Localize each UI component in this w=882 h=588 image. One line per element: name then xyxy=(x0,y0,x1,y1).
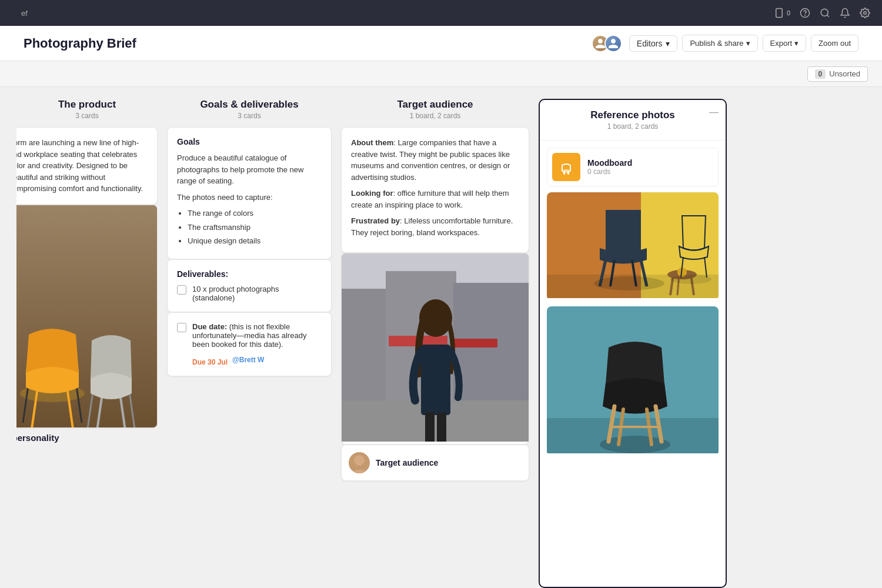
target-column: Target audience 1 board, 2 cards About t… xyxy=(341,99,529,588)
avatar-2 xyxy=(604,35,622,52)
svg-point-32 xyxy=(562,169,571,173)
product-image-card xyxy=(16,205,158,428)
due-date-card: Due date: (this is not flexible unfortun… xyxy=(167,312,332,376)
moodboard-title: Moodboard xyxy=(587,158,632,168)
deliverables-checkbox: 10 x product photographs (standalone) xyxy=(177,285,322,302)
reference-header: Reference photos 1 board, 2 cards — xyxy=(540,100,726,141)
goals-card-title: Goals xyxy=(177,137,322,146)
deliverables-card-title: Deliverables: xyxy=(177,269,322,279)
goals-list-item-1: The range of colors xyxy=(188,208,322,219)
due-date-label: Due 30 Jul xyxy=(192,358,228,366)
target-looking-text: Looking for: office furniture that will … xyxy=(351,188,519,211)
goals-column-title: Goals & deliverables xyxy=(172,99,327,111)
svg-line-5 xyxy=(827,15,828,16)
svg-rect-29 xyxy=(437,412,446,442)
product-bottom-text: nd personality xyxy=(16,433,158,443)
goals-list-intro: The photos need to capture: xyxy=(177,192,322,203)
svg-point-3 xyxy=(805,15,806,15)
moodboard-cards: 0 cards xyxy=(587,168,632,176)
target-bottom-card-title: Target audience xyxy=(376,458,438,467)
mobile-icon[interactable]: 0 xyxy=(774,8,790,18)
svg-rect-31 xyxy=(557,158,575,176)
publish-chevron-icon: ▾ xyxy=(746,39,750,48)
goals-body-text: Produce a beautiful catalogue of photogr… xyxy=(177,152,322,187)
svg-rect-33 xyxy=(563,171,565,175)
target-bottom-card-row: Target audience xyxy=(349,452,522,473)
header-actions: Editors ▾ Publish & share ▾ Export ▾ Zoo… xyxy=(592,35,858,52)
zoom-label: Zoom out xyxy=(818,39,851,48)
product-column-title: The product xyxy=(21,99,153,111)
unsorted-label: Unsorted xyxy=(829,69,860,78)
target-bottom-card: Target audience xyxy=(341,445,529,481)
reference-column-subtitle: 1 board, 2 cards xyxy=(549,122,716,131)
publish-share-button[interactable]: Publish & share ▾ xyxy=(682,35,757,52)
moodboard-info: Moodboard 0 cards xyxy=(587,158,632,176)
svg-rect-27 xyxy=(421,345,450,415)
target-frustrated-text: Frustrated by: Lifeless uncomfortable fu… xyxy=(351,215,519,238)
moodboard-row[interactable]: Moodboard 0 cards xyxy=(547,148,719,186)
export-chevron-icon: ▾ xyxy=(794,39,799,48)
notification-count: 0 xyxy=(787,9,790,16)
editors-chevron-icon: ▾ xyxy=(666,39,670,48)
columns-wrapper: The product 3 cards Form are launching a… xyxy=(0,99,882,588)
goals-column-header: Goals & deliverables 3 cards xyxy=(167,99,332,120)
svg-point-30 xyxy=(354,455,365,466)
product-intro-card: Form are launching a new line of high-en… xyxy=(16,127,158,205)
target-column-header: Target audience 1 board, 2 cards xyxy=(341,99,529,120)
due-date-content: Due date: (this is not flexible unfortun… xyxy=(192,322,322,366)
bell-icon[interactable] xyxy=(840,8,850,18)
settings-icon[interactable] xyxy=(860,8,870,18)
goals-list-item-2: The craftsmanship xyxy=(188,222,322,233)
product-column-subtitle: 3 cards xyxy=(21,112,153,120)
svg-rect-34 xyxy=(567,171,569,175)
svg-rect-28 xyxy=(425,412,435,442)
target-about-label: About them xyxy=(351,138,393,147)
svg-point-50 xyxy=(670,275,711,284)
search-icon[interactable] xyxy=(820,8,830,18)
goals-list-item-3: Unique design details xyxy=(188,235,322,247)
target-photo-card xyxy=(341,253,529,445)
unsorted-badge[interactable]: 0 Unsorted xyxy=(807,66,868,82)
avatar-group xyxy=(592,35,622,52)
due-date-checkbox-icon[interactable] xyxy=(177,323,186,332)
goals-column: Goals & deliverables 3 cards Goals Produ… xyxy=(167,99,332,588)
reference-content: Moodboard 0 cards xyxy=(540,141,726,587)
product-intro-text: Form are launching a new line of high-en… xyxy=(16,137,148,195)
deliverables-card: Deliverables: 10 x product photographs (… xyxy=(167,259,332,312)
publish-label: Publish & share xyxy=(690,39,743,48)
export-button[interactable]: Export ▾ xyxy=(763,35,807,52)
editors-button[interactable]: Editors ▾ xyxy=(629,35,678,52)
target-bottom-title: Target audience xyxy=(376,458,438,467)
goals-card: Goals Produce a beautiful catalogue of p… xyxy=(167,127,332,259)
target-column-subtitle: 1 board, 2 cards xyxy=(346,112,524,120)
deliverables-text: 10 x product photographs (standalone) xyxy=(192,285,322,302)
target-looking-label: Looking for xyxy=(351,189,393,198)
target-mini-avatar xyxy=(349,452,370,473)
svg-rect-24 xyxy=(450,339,497,348)
editors-label: Editors xyxy=(637,39,663,48)
svg-point-6 xyxy=(864,12,867,15)
svg-point-4 xyxy=(821,9,828,16)
zoom-out-button[interactable]: Zoom out xyxy=(811,35,858,52)
due-date-meta: Due 30 Jul @Brett W xyxy=(192,353,322,366)
due-date-title: Due date: xyxy=(192,322,227,331)
product-column-header: The product 3 cards xyxy=(16,99,158,120)
product-column: The product 3 cards Form are launching a… xyxy=(16,99,158,588)
goals-card-body: Produce a beautiful catalogue of photogr… xyxy=(177,152,322,247)
top-bar: ef 0 xyxy=(0,0,882,26)
svg-point-49 xyxy=(594,276,664,290)
header-title: Photography Brief xyxy=(24,36,136,51)
header: Photography Brief Editors ▾ Publish & sh… xyxy=(0,26,882,61)
toolbar: 0 Unsorted xyxy=(0,61,882,87)
target-about-text: About them: Large companies that have a … xyxy=(351,137,519,183)
main-content: The product 3 cards Form are launching a… xyxy=(0,87,882,588)
reference-image-2 xyxy=(547,306,719,456)
help-icon[interactable] xyxy=(800,8,810,18)
minimize-icon[interactable]: — xyxy=(709,107,719,118)
goals-column-subtitle: 3 cards xyxy=(172,112,327,120)
target-column-title: Target audience xyxy=(346,99,524,111)
goals-list: The range of colors The craftsmanship Un… xyxy=(177,208,322,247)
checkbox-icon[interactable] xyxy=(177,285,186,295)
reference-column: Reference photos 1 board, 2 cards — xyxy=(539,99,727,588)
target-frustrated-label: Frustrated by xyxy=(351,216,400,225)
